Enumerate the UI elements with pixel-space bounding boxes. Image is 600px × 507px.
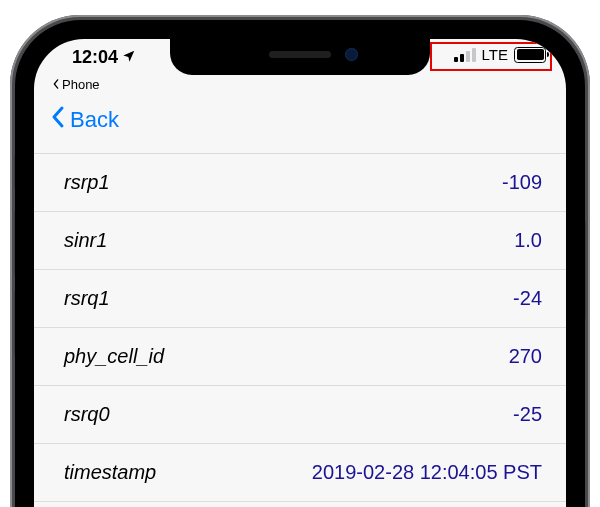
metric-value: 2019-02-28 12:04:05 PST — [312, 461, 542, 484]
list-item: rsrq0 -25 — [34, 385, 566, 443]
back-label: Back — [70, 107, 119, 133]
battery-icon — [514, 47, 546, 63]
list-item: rsrq1 -24 — [34, 269, 566, 327]
list-item: phy_cell_id 270 — [34, 327, 566, 385]
cellular-signal-icon — [454, 48, 476, 62]
metric-key: phy_cell_id — [64, 345, 164, 368]
metrics-list: rsrp1 -109 sinr1 1.0 rsrq1 -24 phy_cell_… — [34, 153, 566, 507]
chevron-left-icon — [52, 77, 60, 92]
list-item: sinr0 1.5 — [34, 501, 566, 507]
list-item: sinr1 1.0 — [34, 211, 566, 269]
notch — [170, 39, 430, 75]
location-icon — [122, 47, 136, 68]
screen: 12:04 LTE — [34, 39, 566, 507]
metric-key: rsrq1 — [64, 287, 110, 310]
breadcrumb[interactable]: Phone — [52, 77, 100, 92]
metric-value: -109 — [502, 171, 542, 194]
phone-bezel: 12:04 LTE — [15, 20, 585, 507]
chevron-left-icon — [50, 105, 66, 135]
status-bar-right: LTE — [454, 46, 546, 63]
earpiece-speaker — [269, 51, 331, 58]
back-button[interactable]: Back — [50, 105, 119, 135]
metric-value: 270 — [509, 345, 542, 368]
metric-key: rsrp1 — [64, 171, 110, 194]
network-type-label: LTE — [482, 46, 508, 63]
metric-key: sinr1 — [64, 229, 107, 252]
list-item: timestamp 2019-02-28 12:04:05 PST — [34, 443, 566, 501]
metric-value: -25 — [513, 403, 542, 426]
status-time: 12:04 — [72, 47, 118, 68]
front-camera — [345, 48, 358, 61]
metric-key: rsrq0 — [64, 403, 110, 426]
metric-value: 1.0 — [514, 229, 542, 252]
breadcrumb-label: Phone — [62, 77, 100, 92]
status-bar-left: 12:04 — [72, 47, 136, 68]
stage: 12:04 LTE — [0, 0, 600, 507]
metric-key: timestamp — [64, 461, 156, 484]
phone-frame: 12:04 LTE — [10, 15, 590, 507]
metric-value: -24 — [513, 287, 542, 310]
list-item: rsrp1 -109 — [34, 153, 566, 211]
